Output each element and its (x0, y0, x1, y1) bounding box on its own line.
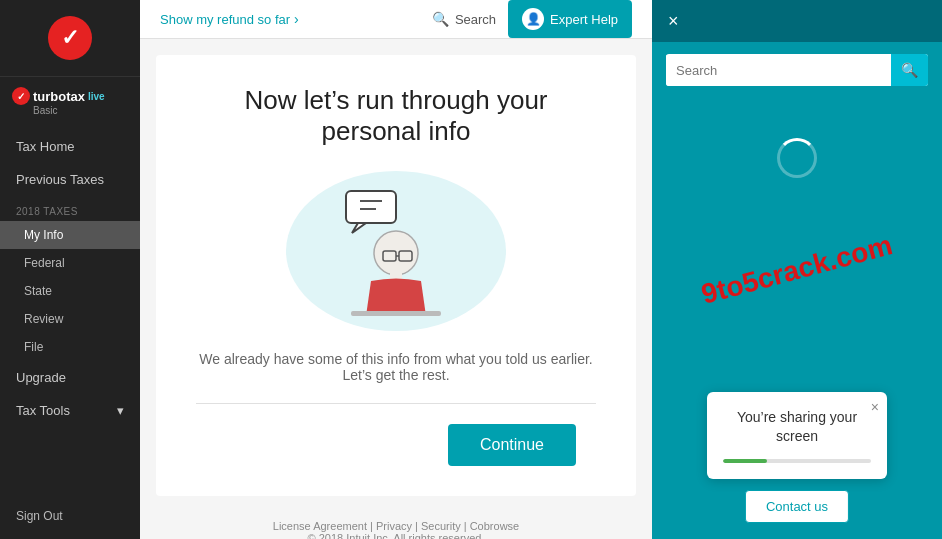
sharing-popup: × You’re sharing your screen (707, 392, 887, 479)
search-button[interactable]: 🔍 Search (432, 11, 496, 27)
content-divider (196, 403, 596, 404)
sidebar-item-state[interactable]: State (0, 277, 140, 305)
turbotax-live-text: ✓ turbotax live (12, 87, 105, 105)
sidebar-item-my-info[interactable]: My Info (0, 221, 140, 249)
svg-marker-3 (352, 223, 366, 233)
top-bar: Show my refund so far › 🔍 Search 👤 Exper… (140, 0, 652, 39)
svg-rect-9 (351, 311, 441, 316)
right-panel-close-button[interactable]: × (668, 12, 679, 30)
right-panel: × 🔍 × You’re sharing your screen Contact… (652, 0, 942, 539)
svg-rect-0 (346, 191, 396, 223)
contact-us-button[interactable]: Contact us (745, 490, 849, 523)
sidebar: ✓ ✓ turbotax live Basic Tax Home Previou… (0, 0, 140, 539)
sharing-progress-bar-container (723, 459, 871, 463)
turbotax-brand: ✓ turbotax live Basic (0, 77, 140, 122)
search-input-wrapper: 🔍 (666, 54, 928, 86)
sharing-screen-text: You’re sharing your screen (723, 408, 871, 447)
sidebar-item-review[interactable]: Review (0, 305, 140, 333)
loading-spinner (777, 138, 817, 178)
sidebar-item-upgrade[interactable]: Upgrade (0, 361, 140, 394)
expert-help-button[interactable]: 👤 Expert Help (508, 0, 632, 38)
checkmark-symbol: ✓ (61, 25, 79, 51)
turbotax-checkmark-icon: ✓ (48, 16, 92, 60)
chevron-down-icon: ▾ (117, 403, 124, 418)
search-submit-button[interactable]: 🔍 (891, 54, 928, 86)
search-area: 🔍 (652, 42, 942, 98)
chevron-right-icon: › (294, 11, 299, 27)
footer: License Agreement | Privacy | Security |… (140, 512, 652, 539)
subtitle-text: We already have some of this info from w… (196, 351, 596, 383)
sign-out-button[interactable]: Sign Out (16, 509, 124, 523)
person-illustration (316, 181, 476, 321)
sidebar-nav: Tax Home Previous Taxes 2018 TAXES My In… (0, 122, 140, 493)
turbotax-logo-icon: ✓ (12, 87, 30, 105)
search-icon: 🔍 (901, 62, 918, 78)
main-content: Now let’s run through your personal info (156, 55, 636, 496)
page-title: Now let’s run through your personal info (196, 85, 596, 147)
popup-close-button[interactable]: × (871, 400, 879, 414)
footer-copyright: © 2018 Intuit Inc. All rights reserved. (308, 532, 485, 539)
sidebar-item-file[interactable]: File (0, 333, 140, 361)
sidebar-item-tax-tools[interactable]: Tax Tools ▾ (0, 394, 140, 427)
search-icon: 🔍 (432, 11, 449, 27)
continue-button[interactable]: Continue (448, 424, 576, 466)
sidebar-item-federal[interactable]: Federal (0, 249, 140, 277)
refund-link[interactable]: Show my refund so far › (160, 11, 299, 27)
sidebar-item-previous-taxes[interactable]: Previous Taxes (0, 163, 140, 196)
top-bar-actions: 🔍 Search 👤 Expert Help (432, 0, 632, 38)
turbotax-live-label: live (88, 91, 105, 102)
expert-avatar-icon: 👤 (522, 8, 544, 30)
search-input[interactable] (666, 55, 891, 86)
right-panel-header: × (652, 0, 942, 42)
sidebar-logo-area: ✓ (0, 0, 140, 77)
main-area: Show my refund so far › 🔍 Search 👤 Exper… (140, 0, 652, 539)
turbotax-name-label: turbotax (33, 89, 85, 104)
sharing-progress-fill (723, 459, 767, 463)
sidebar-item-tax-home[interactable]: Tax Home (0, 130, 140, 163)
turbotax-tier-label: Basic (12, 105, 57, 116)
sidebar-bottom: Sign Out (0, 493, 140, 539)
illustration-area (286, 171, 506, 331)
sidebar-section-2018-taxes: 2018 TAXES (0, 196, 140, 221)
footer-links: License Agreement | Privacy | Security |… (273, 520, 519, 532)
